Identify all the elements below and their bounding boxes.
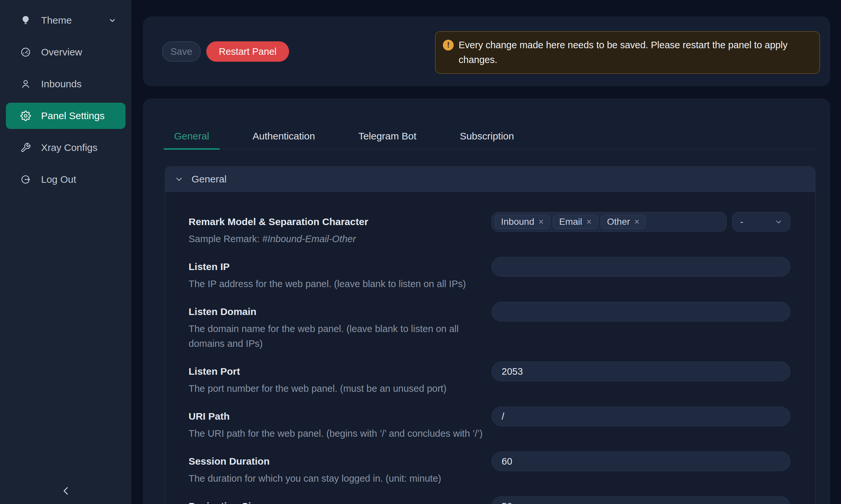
field-label: Listen Port — [189, 362, 485, 381]
warning-alert: ! Every change made here needs to be sav… — [435, 31, 820, 74]
listen-ip-input[interactable] — [492, 257, 790, 276]
tag-label: Email — [559, 217, 582, 227]
remark-tag-inbound[interactable]: Inbound× — [495, 215, 550, 229]
pagination-size-input[interactable] — [492, 497, 790, 504]
session-duration-input[interactable] — [492, 451, 790, 471]
toolbar-buttons: Save Restart Panel — [162, 41, 289, 62]
sidebar-item-label: Xray Configs — [41, 142, 98, 153]
field-control — [492, 257, 790, 276]
chevron-down-small-icon — [775, 218, 782, 226]
dashboard-icon — [20, 47, 31, 57]
field-label: Pagination Size — [189, 497, 485, 504]
tag-label: Other — [607, 217, 630, 227]
separator-select[interactable]: - — [732, 212, 790, 232]
separator-value: - — [740, 217, 743, 228]
sidebar-item-theme[interactable]: Theme — [6, 7, 125, 34]
sidebar-item-logout[interactable]: Log Out — [6, 166, 125, 193]
warning-text: Every change made here needs to be saved… — [459, 38, 787, 67]
field-label: Session Duration — [189, 451, 485, 471]
field-control — [492, 302, 790, 322]
general-section-header[interactable]: General — [165, 167, 815, 192]
field-control — [492, 497, 790, 504]
chevron-down-icon — [175, 175, 183, 183]
field-control — [492, 362, 790, 381]
listen-domain-input[interactable] — [492, 302, 790, 322]
sidebar-item-label: Inbounds — [41, 78, 82, 90]
field-text: Session DurationThe duration for which y… — [189, 451, 492, 486]
field-text: URI PathThe URI path for the web panel. … — [189, 407, 492, 441]
sidebar-collapse-button[interactable] — [58, 484, 73, 498]
sidebar-item-xray-configs[interactable]: Xray Configs — [6, 134, 125, 161]
remove-tag-icon[interactable]: × — [586, 218, 591, 227]
tab-authentication[interactable]: Authentication — [242, 131, 326, 149]
form-row-listen-domain: Listen DomainThe domain name for the web… — [189, 302, 790, 351]
settings-tabs: GeneralAuthenticationTelegram BotSubscri… — [164, 98, 816, 149]
sidebar-item-label: Panel Settings — [41, 110, 104, 121]
sample-remark: #Inbound-Email-Other — [262, 234, 356, 244]
form-row-remark-model: Remark Model & Separation CharacterSampl… — [189, 212, 790, 247]
user-icon — [20, 79, 31, 89]
chevron-down-icon — [108, 16, 116, 24]
uri-path-input[interactable] — [492, 407, 790, 426]
form-row-session-duration: Session DurationThe duration for which y… — [189, 451, 790, 486]
field-label: URI Path — [189, 407, 485, 426]
settings-card: GeneralAuthenticationTelegram BotSubscri… — [143, 98, 830, 504]
field-label: Listen IP — [189, 257, 485, 276]
toolbar-card: Save Restart Panel ! Every change made h… — [143, 16, 830, 86]
remark-tag-other[interactable]: Other× — [601, 215, 646, 229]
field-text: Listen PortThe port number for the web p… — [189, 362, 492, 396]
field-label: Remark Model & Separation Character — [189, 212, 485, 232]
sidebar-item-label: Theme — [41, 15, 72, 26]
field-description: The URI path for the web panel. (begins … — [189, 426, 485, 441]
general-section-title: General — [191, 174, 227, 185]
sidebar-item-overview[interactable]: Overview — [6, 39, 125, 65]
remove-tag-icon[interactable]: × — [634, 218, 640, 227]
form-row-listen-port: Listen PortThe port number for the web p… — [189, 362, 790, 396]
form-row-pagination-size: Pagination Size — [189, 497, 790, 504]
tab-general[interactable]: General — [164, 131, 220, 149]
sidebar-nav: ThemeOverviewInboundsPanel SettingsXray … — [0, 0, 132, 193]
form-row-listen-ip: Listen IPThe IP address for the web pane… — [189, 257, 790, 291]
field-text: Pagination Size — [189, 497, 492, 504]
field-description: The IP address for the web panel. (leave… — [189, 276, 485, 291]
remark-model-input[interactable]: Inbound×Email×Other× — [492, 212, 727, 232]
field-text: Listen IPThe IP address for the web pane… — [189, 257, 492, 291]
tab-telegram-bot[interactable]: Telegram Bot — [348, 131, 427, 149]
listen-port-input[interactable] — [492, 362, 790, 381]
sidebar-item-label: Overview — [41, 47, 82, 58]
restart-panel-button[interactable]: Restart Panel — [206, 41, 289, 62]
field-description: The duration for which you can stay logg… — [189, 471, 485, 486]
general-section-body: Remark Model & Separation CharacterSampl… — [165, 192, 815, 504]
logout-icon — [20, 174, 31, 185]
sidebar-item-panel-settings[interactable]: Panel Settings — [6, 103, 125, 129]
field-text: Remark Model & Separation CharacterSampl… — [189, 212, 492, 247]
general-section: General Remark Model & Separation Charac… — [165, 166, 816, 504]
field-control — [492, 451, 790, 471]
field-control: Inbound×Email×Other×- — [492, 212, 790, 232]
sidebar: ThemeOverviewInboundsPanel SettingsXray … — [0, 0, 132, 504]
main-content: Save Restart Panel ! Every change made h… — [132, 0, 841, 504]
sidebar-item-label: Log Out — [41, 174, 76, 185]
sidebar-item-inbounds[interactable]: Inbounds — [6, 71, 125, 97]
gear-icon — [20, 111, 31, 121]
field-description: The port number for the web panel. (must… — [189, 381, 485, 396]
save-button[interactable]: Save — [162, 41, 201, 62]
bulb-icon — [20, 15, 31, 25]
tag-label: Inbound — [501, 217, 534, 227]
form-row-uri-path: URI PathThe URI path for the web panel. … — [189, 407, 790, 441]
field-text: Listen DomainThe domain name for the web… — [189, 302, 492, 351]
field-description: The domain name for the web panel. (leav… — [189, 322, 485, 351]
field-description: Sample Remark: #Inbound-Email-Other — [189, 232, 485, 247]
tab-subscription[interactable]: Subscription — [449, 131, 525, 149]
remove-tag-icon[interactable]: × — [538, 218, 544, 227]
remark-tag-email[interactable]: Email× — [553, 215, 598, 229]
warning-icon: ! — [443, 40, 454, 51]
field-label: Listen Domain — [189, 302, 485, 322]
field-control — [492, 407, 790, 426]
wrench-icon — [20, 142, 31, 153]
